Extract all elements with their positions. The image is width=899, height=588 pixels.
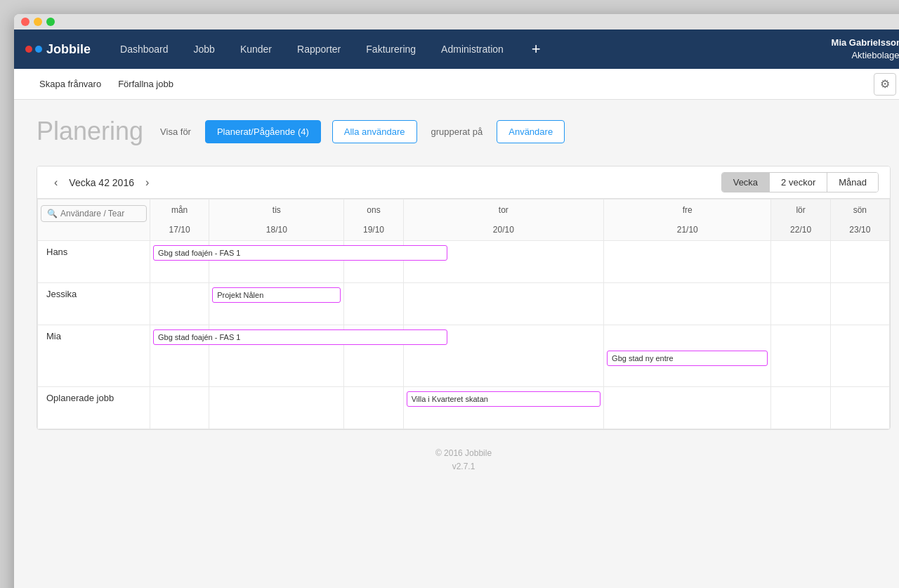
cell-r2-d6[interactable] bbox=[830, 325, 889, 387]
cell-r1-d4[interactable] bbox=[604, 283, 771, 325]
next-week-button[interactable]: › bbox=[140, 174, 155, 192]
calendar-toolbar: ‹ Vecka 42 2016 › Vecka 2 veckor Månad bbox=[37, 166, 890, 199]
cell-r2-d0[interactable]: Gbg stad foajén - FAS 1 bbox=[150, 325, 209, 387]
user-label-1: Jessika bbox=[38, 283, 150, 325]
add-button[interactable]: + bbox=[519, 30, 553, 69]
cell-r1-d2[interactable] bbox=[344, 283, 403, 325]
cell-r3-d2[interactable] bbox=[344, 387, 403, 429]
cell-r1-d3[interactable] bbox=[403, 283, 603, 325]
cell-r3-d4[interactable] bbox=[604, 387, 771, 429]
cell-r1-d0[interactable] bbox=[150, 283, 209, 325]
view-month-button[interactable]: Månad bbox=[827, 173, 878, 192]
cell-r2-d5[interactable] bbox=[771, 325, 830, 387]
week-label: Vecka 42 2016 bbox=[69, 177, 134, 188]
nav-dashboard[interactable]: Dashboard bbox=[107, 30, 181, 69]
logo-text: Jobbile bbox=[46, 42, 91, 57]
cell-r3-d3[interactable]: Villa i Kvarteret skatan bbox=[403, 387, 603, 429]
view-selector: Vecka 2 veckor Månad bbox=[721, 172, 879, 192]
user-info: Mia Gabrielsson Aktiebolaget bbox=[832, 37, 899, 62]
cell-r0-d4[interactable] bbox=[604, 241, 771, 283]
planning-header: Planering Visa för Planerat/Pågående (4)… bbox=[37, 117, 891, 146]
search-box2[interactable]: 🔍 bbox=[41, 205, 147, 222]
cell-r3-d1[interactable] bbox=[209, 387, 344, 429]
event-r3-d3[interactable]: Villa i Kvarteret skatan bbox=[407, 391, 601, 407]
close-button[interactable] bbox=[21, 18, 29, 26]
maximize-button[interactable] bbox=[46, 18, 55, 26]
event-r0-d0[interactable]: Gbg stad foajén - FAS 1 bbox=[153, 245, 447, 261]
event-r1-d1[interactable]: Projekt Nålen bbox=[212, 287, 341, 303]
prev-week-button[interactable]: ‹ bbox=[48, 174, 63, 192]
page-title: Planering bbox=[37, 117, 143, 146]
logo-red-dot bbox=[25, 46, 32, 53]
nav-administration[interactable]: Administration bbox=[428, 30, 516, 69]
footer-copyright: © 2016 Jobbile bbox=[37, 447, 891, 460]
view-2weeks-button[interactable]: 2 veckor bbox=[770, 173, 827, 192]
day-header-0: mån17/10 bbox=[150, 200, 209, 241]
day-header-1: tis18/10 bbox=[209, 200, 344, 241]
navbar: Jobbile Dashboard Jobb Kunder Rapporter … bbox=[14, 30, 899, 69]
cell-r3-d6[interactable] bbox=[830, 387, 889, 429]
user-label-2: Mia bbox=[38, 325, 150, 387]
search-input2[interactable] bbox=[60, 209, 140, 218]
cell-r1-d1[interactable]: Projekt Nålen bbox=[209, 283, 344, 325]
filter-all-users-button[interactable]: Alla användare bbox=[332, 120, 417, 143]
grupperat-pa-label: grupperat på bbox=[431, 126, 483, 137]
logo: Jobbile bbox=[25, 42, 91, 57]
event-r2-d0[interactable]: Gbg stad foajén - FAS 1 bbox=[153, 329, 447, 345]
minimize-button[interactable] bbox=[34, 18, 42, 26]
footer: © 2016 Jobbile v2.7.1 bbox=[37, 430, 891, 485]
user-company: Aktiebolaget bbox=[832, 49, 899, 62]
filter-planned-button[interactable]: Planerat/Pågående (4) bbox=[205, 120, 321, 143]
day-header-2: ons19/10 bbox=[344, 200, 403, 241]
subnav-forfallna-jobb[interactable]: Förfallna jobb bbox=[110, 69, 182, 100]
main-content: Planering Visa för Planerat/Pågående (4)… bbox=[14, 100, 899, 502]
subnav: Skapa frånvaro Förfallna jobb ⚙ bbox=[14, 69, 899, 100]
user-label-0: Hans bbox=[38, 241, 150, 283]
nav-kunder[interactable]: Kunder bbox=[228, 30, 284, 69]
cell-r2-d4[interactable]: Gbg stad ny entre bbox=[604, 325, 771, 387]
title-bar bbox=[14, 14, 899, 30]
user-name: Mia Gabrielsson bbox=[832, 37, 899, 49]
nav-jobb[interactable]: Jobb bbox=[181, 30, 228, 69]
day-header-6: sön23/10 bbox=[830, 200, 889, 241]
visa-for-label: Visa för bbox=[160, 126, 191, 137]
cell-r3-d0[interactable] bbox=[150, 387, 209, 429]
view-week-button[interactable]: Vecka bbox=[722, 173, 770, 192]
event-r2-d4[interactable]: Gbg stad ny entre bbox=[607, 351, 768, 366]
group-by-button[interactable]: Användare bbox=[497, 120, 565, 143]
cell-r0-d5[interactable] bbox=[771, 241, 830, 283]
day-header-4: fre21/10 bbox=[604, 200, 771, 241]
cell-r1-d6[interactable] bbox=[830, 283, 889, 325]
cell-r0-d6[interactable] bbox=[830, 241, 889, 283]
user-label-3: Oplanerade jobb bbox=[38, 387, 150, 429]
search-header-cell: 🔍 bbox=[38, 200, 150, 241]
calendar: ‹ Vecka 42 2016 › Vecka 2 veckor Månad 🔍… bbox=[37, 166, 891, 430]
logo-blue-dot bbox=[35, 46, 42, 53]
cell-r0-d0[interactable]: Gbg stad foajén - FAS 1 bbox=[150, 241, 209, 283]
subnav-skapa-franvaro[interactable]: Skapa frånvaro bbox=[31, 69, 110, 100]
nav-fakturering[interactable]: Fakturering bbox=[353, 30, 428, 69]
nav-rapporter[interactable]: Rapporter bbox=[284, 30, 353, 69]
settings-gear-icon[interactable]: ⚙ bbox=[874, 73, 896, 96]
footer-version: v2.7.1 bbox=[37, 460, 891, 473]
cell-r3-d5[interactable] bbox=[771, 387, 830, 429]
day-header-5: lör22/10 bbox=[771, 200, 830, 241]
cell-r1-d5[interactable] bbox=[771, 283, 830, 325]
day-header-3: tor20/10 bbox=[403, 200, 603, 241]
calendar-table: 🔍mån17/10tis18/10ons19/10tor20/10fre21/1… bbox=[37, 199, 890, 429]
